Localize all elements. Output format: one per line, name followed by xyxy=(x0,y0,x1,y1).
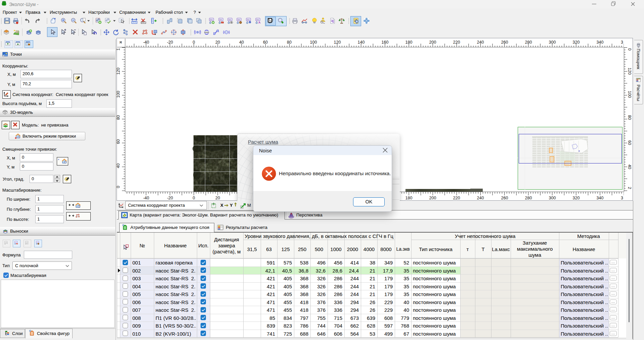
svg-text:bxc: bxc xyxy=(219,18,222,20)
svg-text:bxc: bxc xyxy=(210,18,213,20)
svg-text:bxc: bxc xyxy=(238,18,241,20)
svg-text:bxc: bxc xyxy=(228,18,231,20)
svg-text:bxc: bxc xyxy=(247,18,250,20)
svg-text:A: A xyxy=(258,21,261,24)
svg-text:A: A xyxy=(16,31,18,33)
svg-text:bxc: bxc xyxy=(256,18,259,20)
